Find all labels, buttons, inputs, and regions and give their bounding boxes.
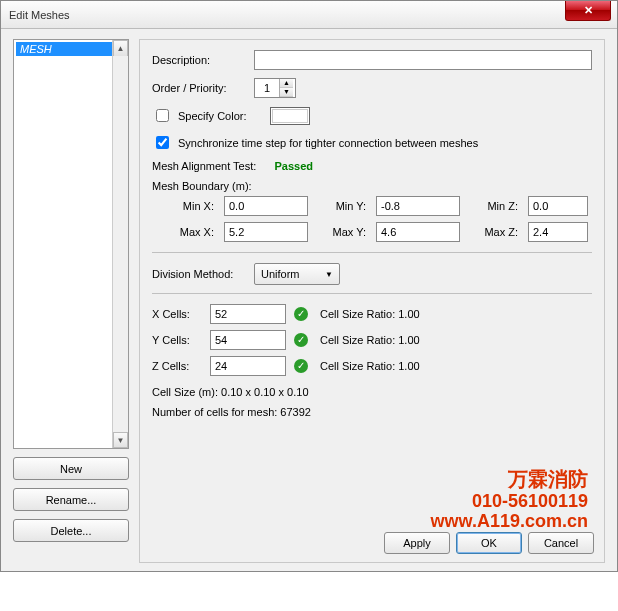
division-value: Uniform xyxy=(261,268,300,280)
ycells-input[interactable] xyxy=(210,330,286,350)
sync-label: Synchronize time step for tighter connec… xyxy=(178,137,478,149)
watermark-line2: 010-56100119 xyxy=(431,491,588,512)
xcells-ratio: Cell Size Ratio: 1.00 xyxy=(320,308,592,320)
cells-grid: X Cells: ✓ Cell Size Ratio: 1.00 Y Cells… xyxy=(152,304,592,376)
description-label: Description: xyxy=(152,54,248,66)
watermark-line1: 万霖消防 xyxy=(431,468,588,491)
delete-button[interactable]: Delete... xyxy=(13,519,129,542)
spin-down-icon[interactable]: ▼ xyxy=(280,88,293,97)
new-button[interactable]: New xyxy=(13,457,129,480)
mesh-list-item[interactable]: MESH xyxy=(16,42,126,56)
ycells-ratio: Cell Size Ratio: 1.00 xyxy=(320,334,592,346)
order-stepper[interactable]: ▲▼ xyxy=(254,78,296,98)
boundary-grid: Min X: Min Y: Min Z: Max X: Max Y: Max Z… xyxy=(168,196,592,242)
rename-button[interactable]: Rename... xyxy=(13,488,129,511)
check-icon: ✓ xyxy=(294,359,308,373)
minx-input[interactable] xyxy=(224,196,308,216)
window-title: Edit Meshes xyxy=(9,9,70,21)
specify-color-checkbox[interactable] xyxy=(156,109,169,122)
cancel-button[interactable]: Cancel xyxy=(528,532,594,554)
properties-panel: Description: Order / Priority: ▲▼ Specif… xyxy=(139,39,605,563)
check-icon: ✓ xyxy=(294,333,308,347)
zcells-input[interactable] xyxy=(210,356,286,376)
order-input[interactable] xyxy=(255,80,279,96)
division-dropdown[interactable]: Uniform ▼ xyxy=(254,263,340,285)
minz-input[interactable] xyxy=(528,196,588,216)
dialog-footer: Apply OK Cancel xyxy=(384,532,594,554)
minx-label: Min X: xyxy=(168,200,214,212)
minz-label: Min Z: xyxy=(470,200,518,212)
watermark: 万霖消防 010-56100119 www.A119.com.cn xyxy=(431,468,588,532)
watermark-line3: www.A119.com.cn xyxy=(431,511,588,532)
maxx-input[interactable] xyxy=(224,222,308,242)
specify-color-label: Specify Color: xyxy=(178,110,264,122)
maxy-input[interactable] xyxy=(376,222,460,242)
align-test-result: Passed xyxy=(274,160,313,172)
mesh-listbox[interactable]: MESH ▲ ▼ xyxy=(13,39,129,449)
order-label: Order / Priority: xyxy=(152,82,248,94)
divider-2 xyxy=(152,293,592,294)
check-icon: ✓ xyxy=(294,307,308,321)
maxz-input[interactable] xyxy=(528,222,588,242)
ok-button[interactable]: OK xyxy=(456,532,522,554)
maxz-label: Max Z: xyxy=(470,226,518,238)
title-bar: Edit Meshes ✕ xyxy=(1,1,617,29)
maxx-label: Max X: xyxy=(168,226,214,238)
dialog-body: MESH ▲ ▼ New Rename... Delete... Descrip… xyxy=(1,29,617,571)
miny-label: Min Y: xyxy=(318,200,366,212)
division-label: Division Method: xyxy=(152,268,248,280)
xcells-input[interactable] xyxy=(210,304,286,324)
description-input[interactable] xyxy=(254,50,592,70)
zcells-ratio: Cell Size Ratio: 1.00 xyxy=(320,360,592,372)
sync-checkbox[interactable] xyxy=(156,136,169,149)
close-icon: ✕ xyxy=(584,4,593,17)
spin-up-icon[interactable]: ▲ xyxy=(280,79,293,88)
miny-input[interactable] xyxy=(376,196,460,216)
scroll-down-icon[interactable]: ▼ xyxy=(113,432,128,448)
maxy-label: Max Y: xyxy=(318,226,366,238)
color-swatch[interactable] xyxy=(270,107,310,125)
xcells-label: X Cells: xyxy=(152,308,202,320)
cell-size-text: Cell Size (m): 0.10 x 0.10 x 0.10 xyxy=(152,386,309,398)
ycells-label: Y Cells: xyxy=(152,334,202,346)
zcells-label: Z Cells: xyxy=(152,360,202,372)
dialog-window: Edit Meshes ✕ MESH ▲ ▼ New Rename... Del… xyxy=(0,0,618,572)
align-test-label: Mesh Alignment Test: xyxy=(152,160,256,172)
scroll-up-icon[interactable]: ▲ xyxy=(113,40,128,56)
boundary-label: Mesh Boundary (m): xyxy=(152,180,252,192)
listbox-scrollbar[interactable]: ▲ ▼ xyxy=(112,40,128,448)
num-cells-text: Number of cells for mesh: 67392 xyxy=(152,406,311,418)
divider xyxy=(152,252,592,253)
close-button[interactable]: ✕ xyxy=(565,1,611,21)
chevron-down-icon: ▼ xyxy=(325,270,333,279)
apply-button[interactable]: Apply xyxy=(384,532,450,554)
left-column: MESH ▲ ▼ New Rename... Delete... xyxy=(13,39,129,563)
